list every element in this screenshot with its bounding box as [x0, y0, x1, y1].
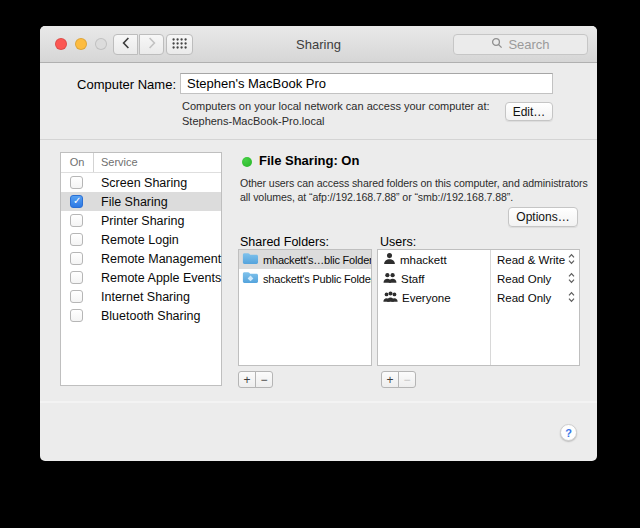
service-row-remote-management[interactable]: Remote Management [61, 249, 221, 268]
shared-folders-list: mhackett's…blic Folder shackett's Public… [238, 249, 372, 366]
minimize-button[interactable] [75, 38, 87, 50]
users-list: mhackett Read & Write Staff Read Only [377, 249, 580, 366]
chevron-right-icon [148, 37, 156, 52]
status-on-indicator [242, 157, 252, 167]
window-controls [55, 38, 107, 50]
footer-divider [40, 401, 597, 403]
forward-button[interactable] [139, 34, 164, 55]
shared-folders-label: Shared Folders: [240, 235, 329, 249]
folder-icon [242, 252, 263, 267]
search-field[interactable]: Search [453, 34, 588, 55]
users-add-remove: + − [381, 371, 416, 388]
column-divider [93, 153, 94, 172]
nav-buttons [113, 34, 164, 55]
service-checkbox[interactable] [70, 290, 83, 303]
close-button[interactable] [55, 38, 67, 50]
permission-popup[interactable]: Read Only [490, 272, 579, 286]
edit-button[interactable]: Edit… [505, 102, 553, 121]
stepper-icon [568, 253, 575, 267]
show-all-button[interactable] [166, 34, 193, 55]
services-table-header: On Service [61, 153, 221, 173]
service-row-remote-apple-events[interactable]: Remote Apple Events [61, 268, 221, 287]
remove-shared-folder-button[interactable]: − [255, 371, 273, 388]
status-title: File Sharing: On [259, 153, 359, 168]
service-row-remote-login[interactable]: Remote Login [61, 230, 221, 249]
section-divider [40, 139, 597, 140]
service-row-screen-sharing[interactable]: Screen Sharing [61, 173, 221, 192]
users-label: Users: [380, 235, 416, 249]
service-row-internet-sharing[interactable]: Internet Sharing [61, 287, 221, 306]
help-line-2: Stephens-MacBook-Pro.local [182, 114, 490, 129]
description-line-2: all volumes, at “afp://192.168.7.88” or … [240, 190, 588, 204]
column-header-on: On [61, 156, 93, 168]
sharing-preferences-window: Sharing [40, 26, 597, 461]
shared-folders-add-remove: + − [238, 371, 273, 388]
help-line-1: Computers on your local network can acce… [182, 99, 490, 114]
search-placeholder: Search [508, 37, 549, 52]
computer-name-label: Computer Name: [40, 77, 176, 92]
user-icon [383, 252, 396, 267]
service-checkbox[interactable] [70, 176, 83, 189]
desktop-background: { "window": { "title": "Sharing" }, "too… [0, 0, 640, 528]
service-checkbox-checked[interactable] [70, 195, 83, 208]
options-button[interactable]: Options… [508, 207, 578, 227]
computer-name-help: Computers on your local network can acce… [182, 99, 490, 129]
service-checkbox[interactable] [70, 214, 83, 227]
service-row-printer-sharing[interactable]: Printer Sharing [61, 211, 221, 230]
stepper-icon [568, 272, 575, 286]
service-row-file-sharing[interactable]: File Sharing [61, 192, 221, 211]
column-header-service: Service [101, 156, 138, 168]
zoom-button[interactable] [95, 38, 107, 50]
search-icon [491, 37, 503, 52]
shared-folder-row-selected[interactable]: mhackett's…blic Folder [239, 250, 371, 269]
add-shared-folder-button[interactable]: + [238, 371, 256, 388]
user-row-everyone[interactable]: Everyone Read Only [378, 288, 579, 307]
remove-user-button[interactable]: − [398, 371, 416, 388]
chevron-left-icon [122, 37, 130, 52]
computer-name-input[interactable] [180, 73, 553, 94]
users-column-divider [490, 250, 491, 365]
users-group-icon [383, 290, 398, 305]
shared-folder-row[interactable]: shackett's Public Folder [239, 269, 371, 288]
public-folder-icon [242, 271, 263, 286]
add-user-button[interactable]: + [381, 371, 399, 388]
service-checkbox[interactable] [70, 309, 83, 322]
service-checkbox[interactable] [70, 252, 83, 265]
stepper-icon [568, 291, 575, 305]
description-line-1: Other users can access shared folders on… [240, 176, 588, 190]
grid-icon [172, 37, 187, 52]
service-row-bluetooth-sharing[interactable]: Bluetooth Sharing [61, 306, 221, 325]
user-row-staff[interactable]: Staff Read Only [378, 269, 579, 288]
permission-popup[interactable]: Read Only [490, 291, 579, 305]
service-checkbox[interactable] [70, 233, 83, 246]
permission-popup[interactable]: Read & Write [490, 253, 579, 267]
user-row-mhackett[interactable]: mhackett Read & Write [378, 250, 579, 269]
status-description: Other users can access shared folders on… [240, 176, 588, 204]
help-button[interactable]: ? [560, 424, 577, 441]
service-checkbox[interactable] [70, 271, 83, 284]
services-table: On Service Screen Sharing File Sharing P… [60, 152, 222, 386]
users-two-icon [383, 271, 397, 286]
back-button[interactable] [113, 34, 138, 55]
titlebar: Sharing [40, 26, 597, 63]
